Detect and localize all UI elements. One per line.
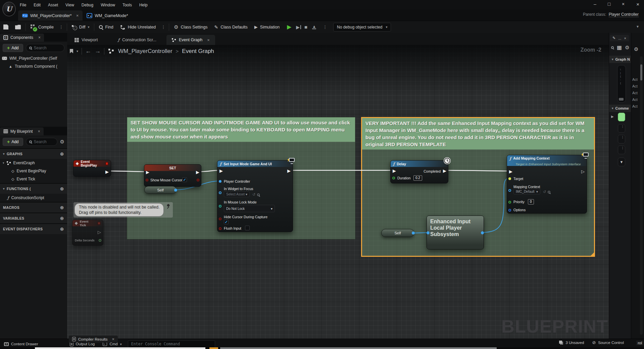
source-control-button[interactable]: ⊘ Source Control <box>592 340 624 345</box>
target-pin[interactable] <box>508 177 511 180</box>
components-search-input[interactable] <box>34 46 57 50</box>
self-output-pin[interactable] <box>412 232 415 235</box>
add-dispatcher-icon[interactable]: ⊕ <box>60 226 64 232</box>
my-blueprint-add-button[interactable]: +Add <box>3 138 23 146</box>
node-self[interactable]: Self <box>381 229 414 237</box>
vertical-scrollbar[interactable] <box>640 56 643 335</box>
node-set-show-mouse-cursor[interactable]: SET ▶ ▶ Show Mouse Cursor ✓ <box>144 164 201 187</box>
output-pin[interactable] <box>197 179 199 181</box>
unsaved-indicator[interactable]: 3 Unsaved <box>559 341 584 345</box>
section-variables[interactable]: VARIABLES ⊕ <box>0 213 67 223</box>
options-pin[interactable] <box>508 209 511 212</box>
my-blueprint-close-icon[interactable]: × <box>38 129 40 134</box>
node-set-input-mode-game-and-ui[interactable]: ƒ Set Input Mode Game And UI ⚡ ▶ ▶ Playe… <box>217 160 293 232</box>
class-settings-button[interactable]: ⚙ Class Settings <box>170 22 211 32</box>
component-item-self[interactable]: WM_PlayerController (Self <box>0 54 67 62</box>
menu-window[interactable]: Window <box>98 2 118 8</box>
horizontal-scrollbar[interactable] <box>0 347 644 349</box>
tab-event-graph[interactable]: Event Graph × <box>166 35 215 45</box>
tab-wm-gamemode[interactable]: WM_GameMode* <box>83 10 132 21</box>
my-blueprint-search[interactable] <box>26 138 57 146</box>
add-graph-icon[interactable]: ⊕ <box>60 151 64 157</box>
duration-pin[interactable] <box>392 177 395 179</box>
my-blueprint-search-input[interactable] <box>34 139 57 144</box>
move-down-button[interactable]: ▼ <box>618 158 625 166</box>
select-asset-dropdown[interactable]: Select Asset▾ <box>224 191 250 197</box>
comment-color-swatch[interactable] <box>618 113 625 121</box>
minimize-button[interactable]: – <box>592 1 598 7</box>
details-tab[interactable]: ✎ ... × <box>610 35 629 41</box>
expander-icon[interactable]: ▶ <box>611 115 614 118</box>
add-function-icon[interactable]: ⊕ <box>60 186 64 191</box>
self-output-pin[interactable] <box>174 188 177 191</box>
event-graph-close-icon[interactable]: × <box>207 38 210 43</box>
frame-skip-button[interactable]: ▶ <box>296 24 300 30</box>
exec-out-pin[interactable]: ▷ <box>98 230 101 234</box>
mapping-context-pin[interactable] <box>508 189 511 192</box>
asset-reset-search-icons[interactable]: ↺ <box>543 190 550 194</box>
player-controller-pin[interactable] <box>219 180 221 183</box>
console-command-input[interactable] <box>128 340 215 348</box>
back-arrow-icon[interactable]: ← <box>85 48 91 55</box>
flush-input-checkbox[interactable] <box>245 226 250 230</box>
components-search[interactable] <box>26 44 64 52</box>
play-button[interactable]: ▶ <box>287 23 291 31</box>
node-event-tick[interactable]: ◆ Event Tick ▷ Delta Seconds <box>72 220 103 246</box>
bookmark-icon[interactable] <box>70 49 73 53</box>
unreal-logo-icon[interactable]: U <box>2 2 16 16</box>
node-enhanced-input-subsystem[interactable]: Enhanced Input Local Player Subsystem <box>427 216 484 249</box>
option-swatch[interactable]: ⋮ <box>618 124 625 133</box>
compile-button[interactable]: Compile <box>27 22 57 32</box>
save-button[interactable] <box>0 22 12 32</box>
exec-out-pin[interactable]: ▷ <box>581 169 585 174</box>
diff-button[interactable]: Diff ▾ <box>68 22 93 32</box>
delta-seconds-pin[interactable] <box>99 239 101 242</box>
tab-construction-script[interactable]: ƒ Construction Scr... <box>112 35 162 45</box>
exec-out-pin[interactable]: ▶ <box>105 170 109 174</box>
subsystem-input-pin[interactable] <box>427 231 430 234</box>
hide-cursor-checkbox[interactable]: ✓ <box>224 220 229 224</box>
node-list-box[interactable]: \|(:( <box>617 65 626 103</box>
stop-button[interactable]: ■ <box>304 24 307 30</box>
gear-icon[interactable]: ⚙ <box>634 46 638 52</box>
in-widget-to-focus-pin[interactable] <box>219 191 221 194</box>
menu-debug[interactable]: Debug <box>79 2 96 8</box>
find-button[interactable]: Find <box>96 22 116 32</box>
completed-exec-pin[interactable]: ▶ <box>443 169 446 173</box>
section-graphs[interactable]: ▾GRAPHS ⊕ <box>0 148 67 159</box>
section-functions[interactable]: ▾FUNCTIONS ( ⊕ <box>0 183 67 194</box>
item-construction-script[interactable]: ƒ ConstructionScript <box>0 194 67 202</box>
item-event-beginplay[interactable]: ◇ Event BeginPlay <box>0 167 67 175</box>
hide-unrelated-options-icon[interactable]: ⋮ <box>159 24 167 30</box>
simulation-button[interactable]: ▶ Simulation <box>251 22 283 32</box>
menu-view[interactable]: View <box>62 2 77 8</box>
hide-unrelated-button[interactable]: Hide Unrelated <box>117 22 159 32</box>
forward-arrow-icon[interactable]: → <box>95 48 101 55</box>
duration-value[interactable]: 0.2 <box>413 175 422 181</box>
bookmark-caret-icon[interactable]: ▾ <box>77 49 78 53</box>
section-macros[interactable]: MACROS ⊕ <box>0 202 67 213</box>
option-swatch[interactable]: ⋮ <box>618 135 625 143</box>
node-add-mapping-context[interactable]: ƒ Add Mapping Context Target is Enhanced… <box>507 155 587 214</box>
flush-input-pin[interactable] <box>219 227 221 230</box>
node-self[interactable]: Self <box>144 186 177 194</box>
debug-object-dropdown[interactable]: No debug object selected ▾ <box>333 23 391 32</box>
maximize-button[interactable]: □ <box>606 1 612 7</box>
exec-out-pin[interactable]: ▶ <box>196 170 199 174</box>
my-blueprint-tab[interactable]: My Blueprint × <box>0 127 44 135</box>
components-tab[interactable]: C Components × <box>0 34 44 42</box>
menu-tools[interactable]: Tools <box>119 2 135 8</box>
play-options-icon[interactable]: ⋮ <box>321 24 329 30</box>
priority-value[interactable]: 0 <box>528 199 534 205</box>
show-mouse-cursor-pin[interactable] <box>146 179 148 181</box>
hide-cursor-pin[interactable] <box>219 218 221 220</box>
exec-in-pin[interactable]: ▶ <box>146 170 149 174</box>
disable-toggle[interactable] <box>105 162 108 165</box>
exec-in-pin[interactable]: ▶ <box>509 169 512 174</box>
node-event-beginplay[interactable]: ◆ Event BeginPlay ▶ <box>73 160 111 177</box>
show-mouse-cursor-checkbox[interactable]: ✓ <box>182 177 187 182</box>
section-event-dispatchers[interactable]: EVENT DISPATCHERS ⊕ <box>0 223 67 234</box>
item-event-graph[interactable]: ▾ EventGraph <box>0 159 67 167</box>
menu-file[interactable]: File <box>17 2 29 8</box>
mouse-lock-mode-dropdown[interactable]: Do Not Lock▾ <box>224 205 275 212</box>
